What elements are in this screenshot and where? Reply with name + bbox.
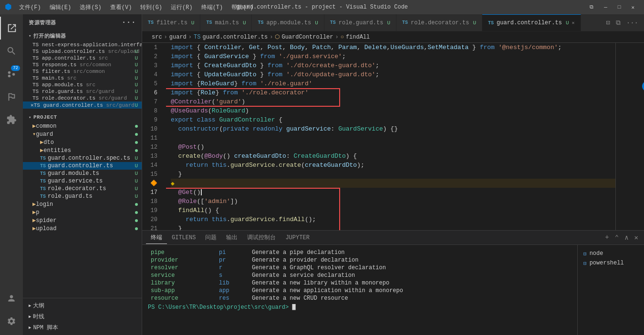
terminal-main[interactable]: pipe pi Generate a pipe declaration prov… <box>142 245 577 335</box>
breadcrumb-method-icon: ○ <box>341 34 344 41</box>
terminal-close[interactable]: ✕ <box>633 233 640 243</box>
tab-roledec[interactable]: TS role.decorator.ts U <box>396 14 482 31</box>
tree-p[interactable]: ▶ p <box>23 208 142 216</box>
cmd-short-provider: pr <box>216 256 249 264</box>
terminal-tab-problems[interactable]: 问题 <box>200 232 221 244</box>
open-file-app-ctrl[interactable]: TS app.controller.ts src U <box>23 55 142 61</box>
code-editor[interactable]: 1 2 3 4 5 6 7 8 9 10 11 12 13 14 15 🔶 1 <box>142 43 644 230</box>
layout-icon[interactable]: ⧉ <box>585 2 598 12</box>
close-icon[interactable]: ✕ <box>31 102 34 108</box>
open-editors-section[interactable]: ▾ 打开的编辑器 <box>23 30 142 41</box>
tree-guard[interactable]: ▾ guard <box>23 130 142 138</box>
tree-spider[interactable]: ▶ spider <box>23 216 142 224</box>
activity-account[interactable] <box>0 287 23 310</box>
code-content[interactable]: import { Controller, Get, Post, Body, Pa… <box>166 43 615 230</box>
shell-node[interactable]: ⊡ node <box>582 249 640 258</box>
tree-guardserv[interactable]: TS guard.service.ts U <box>23 177 142 185</box>
activity-settings[interactable] <box>0 310 23 333</box>
outline-item[interactable]: ▶ 大纲 <box>23 300 142 311</box>
ln20: 20 <box>142 215 161 224</box>
tree-upload[interactable]: ▶ upload <box>23 224 142 233</box>
npm-item[interactable]: ▶ NPM 脚本 <box>23 322 142 333</box>
breadcrumb-method[interactable]: findAll <box>346 34 370 41</box>
terminal-more[interactable]: ⌃ <box>613 233 621 243</box>
menu-edit[interactable]: 编辑(E) <box>46 2 75 12</box>
code-line-15: } <box>171 170 615 179</box>
menu-run[interactable]: 运行(R) <box>167 2 197 12</box>
terminal-tab-debug[interactable]: 调试控制台 <box>242 232 280 244</box>
open-file-appmod[interactable]: TS app.module.ts src U <box>23 81 142 88</box>
menu-goto[interactable]: 转到(G) <box>136 2 166 12</box>
tree-dto[interactable]: ▶ dto <box>23 138 142 146</box>
more-tabs-icon[interactable]: ··· <box>624 18 640 28</box>
menu-view[interactable]: 查看(V) <box>106 2 136 12</box>
sidebar: 资源管理器 ··· ▾ 打开的编辑器 TS nest-express-appli… <box>23 14 142 335</box>
terminal-tab-terminal[interactable]: 终端 <box>146 232 167 244</box>
open-editors-label: 打开的编辑器 <box>33 32 66 40</box>
breadcrumb-class[interactable]: GuardController <box>281 34 333 41</box>
cmd-short-library: lib <box>216 279 249 287</box>
maximize-button[interactable]: □ <box>613 2 626 12</box>
tab-guardctrl-u: U <box>566 20 569 26</box>
terminal-tab-jupyter[interactable]: JUPYTER <box>280 233 314 243</box>
tab-main[interactable]: TS main.ts U <box>200 14 252 31</box>
terminal-tab-output[interactable]: 输出 <box>221 232 242 244</box>
open-file-roledec[interactable]: TS role.decorator.ts src/guard U <box>23 95 142 102</box>
split-editor-icon[interactable]: ⧉ <box>614 18 623 28</box>
tree-guardctrl[interactable]: TS guard.controller.ts U <box>23 162 142 170</box>
open-file-main[interactable]: TS main.ts src U <box>23 75 142 81</box>
tab-roleguard[interactable]: TS role.guard.ts U <box>324 14 396 31</box>
tab-guardctrl-close[interactable]: ✕ <box>571 20 574 26</box>
tree-roledec[interactable]: TS role.decorator.ts U <box>23 185 142 193</box>
open-file-response[interactable]: TS response.ts src/common U <box>23 61 142 68</box>
terminal-max[interactable]: ∧ <box>623 233 630 243</box>
layout-panels-icon[interactable]: ⊡ <box>604 18 612 28</box>
tab-appmod[interactable]: TS app.module.ts U <box>252 14 324 31</box>
open-editors-arrow: ▾ <box>29 33 31 39</box>
activity-extensions[interactable] <box>0 108 23 131</box>
tab-filter-label: filter.ts <box>156 20 187 26</box>
activity-explorer[interactable] <box>0 17 23 40</box>
activity-search[interactable] <box>0 40 23 62</box>
sidebar-more[interactable]: ··· <box>122 18 136 27</box>
open-file-filter[interactable]: TS filter.ts src/common U <box>23 68 142 75</box>
code-line-13: create(@Body() createGuardDto: CreateGua… <box>171 152 615 161</box>
open-file-guardctrl[interactable]: ✕ TS guard.controller.ts src/guard U <box>23 102 142 109</box>
menu-terminal[interactable]: 终端(T) <box>197 2 227 12</box>
open-file-nest[interactable]: TS nest-express-application.interface.d.… <box>23 41 142 48</box>
tree-login[interactable]: ▶ login <box>23 200 142 208</box>
tab-main-u: U <box>243 20 246 26</box>
menu-select[interactable]: 选择(S) <box>76 2 105 12</box>
cmd-desc-resource: Generate a new CRUD resource <box>249 294 571 302</box>
tab-filter-icon: TS <box>148 20 154 25</box>
tree-guardspec[interactable]: TS guard.controller.spec.ts U <box>23 154 142 162</box>
activity-source-control[interactable] <box>0 62 23 85</box>
terminal-tab-gitlens[interactable]: GITLENS <box>167 233 200 243</box>
tree-entities[interactable]: ▶ entities <box>23 146 142 154</box>
tree-roleguard[interactable]: TS role.guard.ts U <box>23 193 142 200</box>
menu-file[interactable]: 文件(F) <box>15 2 45 12</box>
close-button[interactable]: ✕ <box>626 2 639 12</box>
tab-roledec-label: role.decorator.ts <box>411 20 469 26</box>
terminal-add[interactable]: + <box>603 233 611 243</box>
minimize-button[interactable]: — <box>599 2 612 12</box>
filter-badge: U <box>135 69 138 74</box>
project-section[interactable]: ▾ PROJECT <box>23 112 142 122</box>
activity-run[interactable] <box>0 85 23 108</box>
guardctrl-u: U <box>135 163 138 169</box>
breadcrumb-src[interactable]: src <box>152 34 162 41</box>
tree-guardmod[interactable]: TS guard.module.ts U <box>23 170 142 177</box>
open-file-upload[interactable]: TS upload.controller.ts src/upload U <box>23 48 142 55</box>
project-label: PROJECT <box>33 114 57 120</box>
timeline-item[interactable]: ▶ 时线 <box>23 311 142 322</box>
tab-guardctrl[interactable]: TS guard.controller.ts U ✕ <box>482 14 581 31</box>
shell-powershell[interactable]: ⊡ powershell <box>582 258 640 268</box>
open-file-roleguard[interactable]: TS role.guard.ts src/guard U <box>23 88 142 95</box>
breadcrumb-file[interactable]: guard.controller.ts <box>202 34 268 41</box>
folder-icon2: ▾ <box>32 131 36 138</box>
scroll-indicator <box>642 81 644 91</box>
tab-filter[interactable]: TS filter.ts U <box>142 14 200 31</box>
breadcrumb-guard[interactable]: guard <box>169 34 187 41</box>
tree-common[interactable]: ▶ common <box>23 122 142 130</box>
tab-appmod-u: U <box>315 20 318 26</box>
